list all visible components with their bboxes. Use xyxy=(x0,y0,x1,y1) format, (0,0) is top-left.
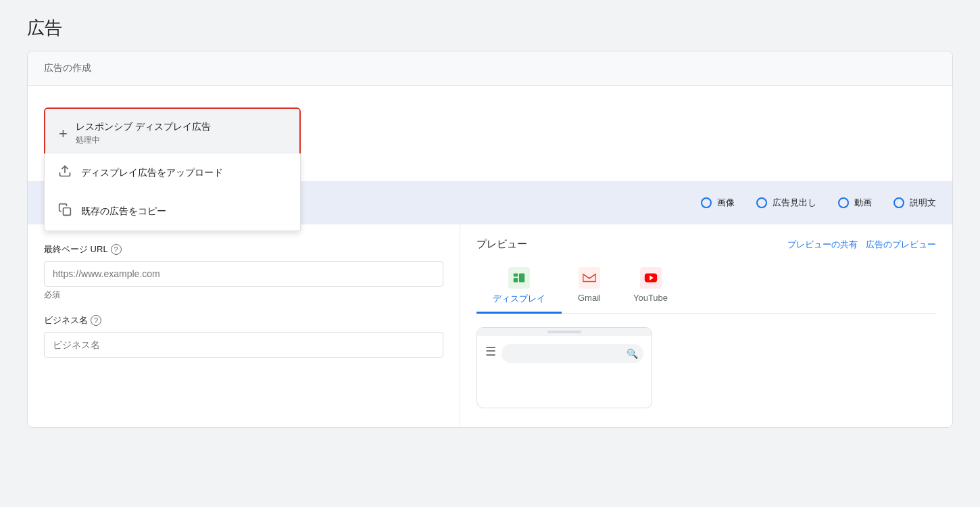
right-panel: プレビュー プレビューの共有 広告のプレビュー xyxy=(460,224,952,427)
status-video-label: 動画 xyxy=(854,197,872,209)
business-form-group: ビジネス名 ? xyxy=(44,314,443,358)
ad-preview-link[interactable]: 広告のプレビュー xyxy=(866,239,936,251)
ad-type-text: レスポンシブ ディスプレイ広告 処理中 xyxy=(76,121,211,146)
preview-title: プレビュー xyxy=(476,238,527,251)
tab-gmail[interactable]: Gmail xyxy=(562,262,617,313)
svg-rect-3 xyxy=(514,278,518,282)
status-description-label: 説明文 xyxy=(910,197,936,209)
copy-existing-ad-item[interactable]: 既存の広告をコピー xyxy=(45,192,300,231)
plus-icon: + xyxy=(59,126,68,141)
url-help-icon[interactable]: ? xyxy=(111,244,122,255)
upload-display-ad-label: ディスプレイ広告をアップロード xyxy=(81,167,223,179)
ad-type-main-button[interactable]: + レスポンシブ ディスプレイ広告 処理中 xyxy=(45,109,299,158)
preview-share-link[interactable]: プレビューの共有 xyxy=(787,239,858,251)
phone-top-pill xyxy=(547,331,581,333)
radio-headline xyxy=(756,197,767,208)
url-label: 最終ページ URL ? xyxy=(44,243,443,256)
radio-video xyxy=(838,197,849,208)
business-input[interactable] xyxy=(44,332,443,358)
status-items: 画像 広告見出し 動画 説明文 xyxy=(701,197,936,209)
copy-icon xyxy=(58,203,72,220)
tab-display[interactable]: ディスプレイ xyxy=(476,262,562,313)
business-help-icon[interactable]: ? xyxy=(91,315,101,326)
display-tab-label: ディスプレイ xyxy=(493,293,545,305)
phone-search-bar: 🔍 xyxy=(501,344,643,363)
ad-type-selected-container: + レスポンシブ ディスプレイ広告 処理中 xyxy=(44,107,301,160)
svg-rect-4 xyxy=(519,274,524,283)
url-input[interactable] xyxy=(44,261,443,287)
phone-mockup: ☰ 🔍 xyxy=(476,327,652,408)
status-headline-label: 広告見出し xyxy=(773,197,816,209)
copy-existing-ad-label: 既存の広告をコピー xyxy=(81,206,166,218)
phone-top-bar xyxy=(477,328,652,336)
page-title: 広告 xyxy=(0,0,980,51)
phone-search-icon: 🔍 xyxy=(627,348,638,359)
preview-links: プレビューの共有 広告のプレビュー xyxy=(787,239,936,251)
status-item-headline: 広告見出し xyxy=(756,197,816,209)
url-label-text: 最終ページ URL xyxy=(44,243,108,256)
radio-image xyxy=(701,197,712,208)
youtube-tab-label: YouTube xyxy=(633,293,668,303)
left-panel: 最終ページ URL ? 必須 ビジネス名 ? xyxy=(28,224,460,427)
ad-type-subtitle: 処理中 xyxy=(76,135,211,146)
card-body: + レスポンシブ ディスプレイ広告 処理中 ディスプレイ広告をアップロード xyxy=(28,86,952,181)
svg-rect-2 xyxy=(514,274,518,277)
upload-display-ad-item[interactable]: ディスプレイ広告をアップロード xyxy=(45,153,300,192)
upload-icon xyxy=(58,164,72,181)
phone-menu-icon: ☰ xyxy=(485,344,496,359)
ad-type-title: レスポンシブ ディスプレイ広告 xyxy=(76,121,211,133)
url-hint: 必須 xyxy=(44,289,443,301)
status-item-image: 画像 xyxy=(701,197,735,209)
svg-rect-1 xyxy=(64,208,71,216)
main-split: 最終ページ URL ? 必須 ビジネス名 ? プレビュー プレビューの共有 xyxy=(28,224,952,427)
main-card: 広告の作成 + レスポンシブ ディスプレイ広告 処理中 xyxy=(27,51,953,428)
display-tab-icon xyxy=(508,267,530,289)
phone-inner: ☰ 🔍 xyxy=(477,336,652,371)
card-header: 広告の作成 xyxy=(28,51,952,86)
gmail-tab-icon xyxy=(579,267,600,289)
business-label-text: ビジネス名 xyxy=(44,314,88,327)
preview-tabs: ディスプレイ Gmail xyxy=(476,262,936,314)
status-image-label: 画像 xyxy=(717,197,735,209)
dropdown-menu: ディスプレイ広告をアップロード 既存の広告をコピー xyxy=(44,153,301,231)
gmail-tab-label: Gmail xyxy=(578,293,601,303)
youtube-tab-icon xyxy=(640,267,662,289)
url-form-group: 最終ページ URL ? 必須 xyxy=(44,243,443,301)
status-item-video: 動画 xyxy=(838,197,872,209)
status-item-description: 説明文 xyxy=(893,197,936,209)
business-label: ビジネス名 ? xyxy=(44,314,443,327)
radio-description xyxy=(893,197,904,208)
tab-youtube[interactable]: YouTube xyxy=(617,262,684,313)
preview-header: プレビュー プレビューの共有 広告のプレビュー xyxy=(476,238,936,251)
